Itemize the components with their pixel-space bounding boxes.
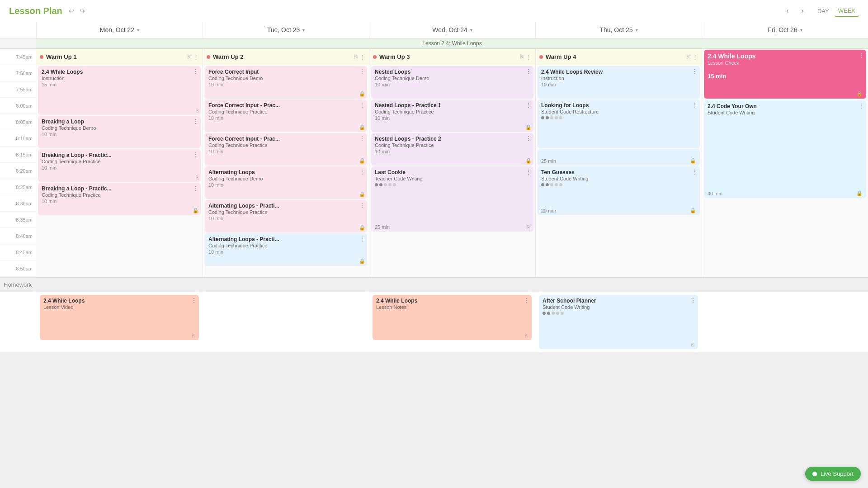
homework-thu-card[interactable]: After School Planner Student Code Writin… — [539, 295, 698, 349]
fri-card-sub-2: Student Code Writing — [708, 110, 863, 115]
wed-card-nested-prac1[interactable]: Nested Loops - Practice 1 Coding Techniq… — [371, 99, 533, 132]
undo-button[interactable]: ↩ — [67, 6, 76, 15]
tue-card-force-prac1[interactable]: Force Correct Input - Prac... Coding Tec… — [205, 99, 367, 132]
redo-button[interactable]: ↪ — [78, 6, 87, 15]
mon-card-dur-2: 10 min — [42, 132, 197, 137]
time-column: 7:45am 7:50am 7:55am 8:00am 8:05am 8:10a… — [0, 49, 36, 277]
wed-card-lock-2: 🔒 — [525, 124, 532, 130]
day-view-button[interactable]: DAY — [814, 6, 833, 16]
time-845: 8:45am — [0, 244, 36, 261]
day-header-fri: Fri, Oct 26 ▾ — [702, 22, 868, 38]
fri-card-title-1: 2.4 While Loops — [708, 52, 863, 60]
tue-card-dur-3: 10 min — [208, 149, 363, 154]
wed-card-nested-prac2[interactable]: Nested Loops - Practice 2 Coding Techniq… — [371, 133, 533, 166]
dot-4 — [388, 183, 392, 186]
homework-mon-card[interactable]: 2.4 While Loops Lesson Video ⋮ ⎘ — [40, 295, 199, 340]
thu-card-dur-4: 20 min — [541, 208, 556, 213]
mon-warmup-menu[interactable]: ⋮ — [193, 53, 199, 60]
homework-mon-menu[interactable]: ⋮ — [191, 297, 197, 304]
week-view-button[interactable]: WEEK — [835, 5, 859, 17]
wed-card-nested[interactable]: Nested Loops Coding Technique Demo 10 mi… — [371, 66, 533, 99]
tue-card-menu-1[interactable]: ⋮ — [359, 68, 365, 75]
homework-time — [0, 292, 36, 352]
homework-wed-card[interactable]: 2.4 While Loops Lesson Notes ⋮ ⎘ — [373, 295, 532, 340]
time-830: 8:30am — [0, 195, 36, 212]
tue-card-dur-1: 10 min — [208, 82, 363, 87]
fri-card-lesson-check[interactable]: 2.4 While Loops Lesson Check 15 min ⋮ 🔒 — [704, 50, 866, 99]
wed-card-menu-3[interactable]: ⋮ — [525, 135, 532, 142]
homework-mon-copy[interactable]: ⎘ — [192, 333, 195, 338]
thu-card-menu-2[interactable]: ⋮ — [692, 101, 698, 109]
mon-card-title-3: Breaking a Loop - Practic... — [42, 152, 197, 158]
mon-card-copy-1[interactable]: ⎘ — [196, 108, 199, 113]
tue-card-menu-4[interactable]: ⋮ — [359, 168, 365, 175]
tue-card-lock-5: 🔒 — [359, 225, 365, 231]
tue-card-alt-prac1[interactable]: Alternating Loops - Practi... Coding Tec… — [205, 200, 367, 232]
nav-next-button[interactable]: › — [799, 6, 807, 16]
app-title: Lesson Plan — [9, 6, 62, 16]
tue-card-alt-prac2[interactable]: Alternating Loops - Practi... Coding Tec… — [205, 233, 367, 266]
homework-wed-copy[interactable]: ⎘ — [525, 333, 528, 338]
wed-card-menu-1[interactable]: ⋮ — [525, 68, 532, 75]
time-header-empty — [0, 22, 36, 38]
wed-card-menu-2[interactable]: ⋮ — [525, 101, 532, 109]
thu-card-lock-4: 🔒 — [690, 208, 696, 213]
thu-card-review[interactable]: 2.4 While Loops Review Instruction 10 mi… — [538, 66, 700, 99]
tue-warmup-menu[interactable]: ⋮ — [359, 53, 365, 60]
mon-card-menu-4[interactable]: ⋮ — [193, 185, 199, 192]
homework-thu-menu[interactable]: ⋮ — [690, 297, 696, 304]
wed-dropdown[interactable]: ▾ — [470, 28, 472, 33]
fri-card-menu-1[interactable]: ⋮ — [858, 52, 864, 59]
tue-dropdown[interactable]: ▾ — [302, 28, 305, 33]
thu-card-ten-guesses[interactable]: Ten Guesses Student Code Writing 20 min … — [538, 166, 700, 215]
tue-card-title-6: Alternating Loops - Practi... — [208, 236, 363, 242]
thu-dropdown[interactable]: ▾ — [636, 28, 638, 33]
thu-warmup-copy[interactable]: ⎘ — [687, 53, 690, 60]
wed-card-copy-4[interactable]: ⎘ — [527, 224, 530, 230]
tue-card-menu-6[interactable]: ⋮ — [359, 235, 365, 242]
tue-card-lock-2: 🔒 — [359, 124, 365, 130]
app-header: Lesson Plan ↩ ↪ ‹ › DAY WEEK — [0, 0, 868, 22]
tue-card-force[interactable]: Force Correct Input Coding Technique Dem… — [205, 66, 367, 99]
fri-card-menu-2[interactable]: ⋮ — [858, 102, 864, 109]
homework-wed-menu[interactable]: ⋮ — [524, 297, 530, 304]
wed-card-menu-4[interactable]: ⋮ — [525, 168, 532, 175]
day-headers: Mon, Oct 22 ▾ Tue, Oct 23 ▾ Wed, Oct 24 … — [0, 22, 868, 38]
tue-card-force-prac2[interactable]: Force Correct Input - Prac... Coding Tec… — [205, 133, 367, 166]
mon-card-title-1: 2.4 While Loops — [42, 69, 197, 75]
thu-warmup-menu[interactable]: ⋮ — [692, 53, 698, 60]
thu-card-menu-1[interactable]: ⋮ — [692, 68, 698, 75]
mon-card-copy-3[interactable]: ⎘ — [196, 175, 199, 180]
dot-1 — [375, 183, 378, 186]
mon-card-menu-2[interactable]: ⋮ — [193, 118, 199, 125]
thu-card-menu-4[interactable]: ⋮ — [692, 168, 698, 175]
wed-card-dur-3: 10 min — [375, 149, 530, 154]
mon-card-while-loops[interactable]: 2.4 While Loops Instruction 15 min ⋮ ⎘ — [38, 66, 201, 115]
mon-card-breaking-prac1[interactable]: Breaking a Loop - Practic... Coding Tech… — [38, 149, 201, 182]
nav-prev-button[interactable]: ‹ — [783, 6, 791, 16]
tue-warmup-copy[interactable]: ⎘ — [354, 53, 358, 60]
mon-dropdown[interactable]: ▾ — [137, 28, 139, 33]
thu-warmup-dot — [539, 55, 543, 59]
wed-warmup-menu[interactable]: ⋮ — [526, 53, 532, 60]
tue-card-menu-5[interactable]: ⋮ — [359, 202, 365, 209]
wed-card-last-cookie[interactable]: Last Cookie Teacher Code Writing 25 min … — [371, 166, 533, 232]
thu-dot-3 — [550, 116, 553, 119]
tue-card-alt-loops[interactable]: Alternating Loops Coding Technique Demo … — [205, 166, 367, 199]
wed-card-title-3: Nested Loops - Practice 2 — [375, 136, 530, 142]
tue-card-menu-3[interactable]: ⋮ — [359, 135, 365, 142]
mon-card-menu-1[interactable]: ⋮ — [193, 68, 199, 75]
thu-card-looking[interactable]: Looking for Loops Student Code Restructu… — [538, 99, 700, 148]
time-825: 8:25am — [0, 179, 36, 195]
mon-card-breaking-loop[interactable]: Breaking a Loop Coding Technique Demo 10… — [38, 116, 201, 148]
wed-warmup-copy[interactable]: ⎘ — [520, 53, 524, 60]
mon-card-menu-3[interactable]: ⋮ — [193, 151, 199, 158]
mon-card-breaking-prac2[interactable]: Breaking a Loop - Practic... Coding Tech… — [38, 183, 201, 215]
fri-card-code-own[interactable]: 2.4 Code Your Own Student Code Writing 4… — [704, 100, 866, 198]
mon-warmup-copy[interactable]: ⎘ — [188, 53, 191, 60]
tue-card-sub-3: Coding Technique Practice — [208, 142, 363, 148]
thu-dot-1 — [541, 116, 544, 119]
tue-card-menu-2[interactable]: ⋮ — [359, 101, 365, 109]
fri-dropdown[interactable]: ▾ — [800, 28, 802, 33]
homework-thu-copy[interactable]: ⎘ — [691, 342, 694, 347]
